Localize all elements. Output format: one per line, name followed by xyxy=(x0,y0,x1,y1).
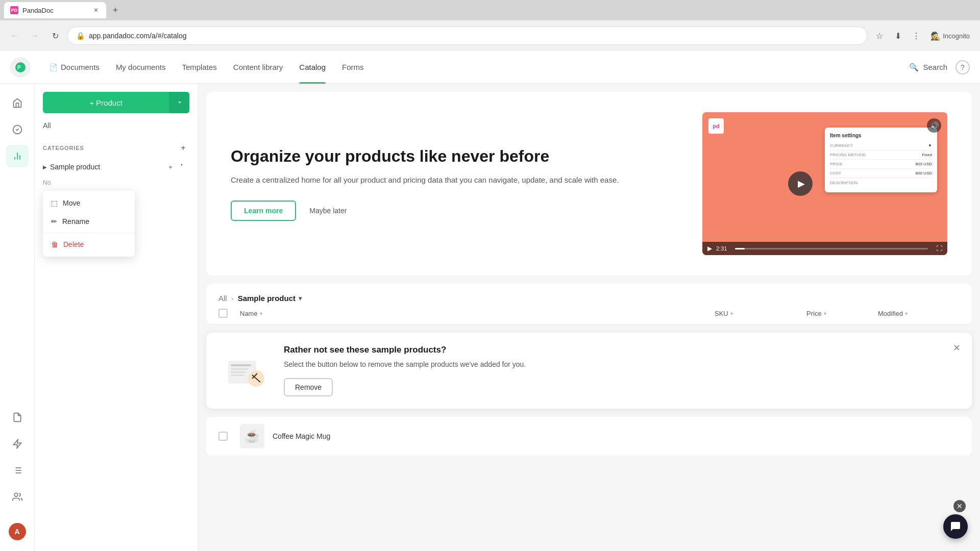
sidebar-icons: A xyxy=(0,84,35,551)
svg-marker-6 xyxy=(13,440,21,448)
sidebar-notification-icon[interactable] xyxy=(6,433,29,455)
notification-close-button[interactable]: ✕ xyxy=(949,341,964,355)
svg-point-13 xyxy=(14,493,18,497)
help-button[interactable]: ? xyxy=(955,60,970,74)
select-all-checkbox[interactable] xyxy=(218,309,228,318)
categories-label: CATEGORIES xyxy=(43,145,84,151)
hero-description: Create a centralized home for all your p… xyxy=(231,174,682,186)
context-menu: ⬚ Move ✏ Rename 🗑 Delete xyxy=(43,191,135,257)
context-menu-item-delete[interactable]: 🗑 Delete xyxy=(43,235,135,254)
catalog-section: All › Sample product ▾ Name ▾ xyxy=(206,284,972,324)
maybe-later-button[interactable]: Maybe later xyxy=(304,202,352,220)
add-product-button[interactable]: + Product xyxy=(43,92,189,113)
breadcrumb-separator: › xyxy=(231,294,234,303)
add-category-button[interactable]: + xyxy=(177,142,189,154)
remove-samples-button[interactable]: Remove xyxy=(284,378,333,396)
address-bar[interactable]: 🔒 app.pandadoc.com/a/#/catalog xyxy=(67,27,867,45)
video-play-button[interactable]: ▶ xyxy=(788,171,813,196)
download-button[interactable]: ⬇ xyxy=(890,28,906,44)
breadcrumb-dropdown-icon[interactable]: ▾ xyxy=(299,295,302,302)
video-time: 2:31 xyxy=(716,245,727,252)
svg-rect-14 xyxy=(181,164,182,165)
price-col-label: Price xyxy=(806,310,822,317)
categories-header: CATEGORIES + xyxy=(43,134,189,158)
category-actions: + xyxy=(165,161,189,172)
back-button[interactable]: ← xyxy=(6,28,22,44)
pricing-method-label: PRICING METHOD xyxy=(830,153,866,157)
modified-col-label: Modified xyxy=(878,310,903,317)
price-sort-icon: ▾ xyxy=(824,311,826,316)
sidebar-home-icon[interactable] xyxy=(6,92,29,114)
all-filter-label[interactable]: All xyxy=(43,113,189,134)
chat-widget-button[interactable] xyxy=(943,514,968,539)
learn-more-button[interactable]: Learn more xyxy=(231,201,296,221)
nav-forms[interactable]: Forms xyxy=(334,51,372,84)
context-menu-item-move[interactable]: ⬚ Move xyxy=(43,194,135,212)
app-logo[interactable]: P xyxy=(10,57,31,78)
hero-title: Organize your products like never before xyxy=(231,146,682,166)
refresh-button[interactable]: ↻ xyxy=(47,28,63,44)
category-arrow-icon: ▶ xyxy=(43,164,47,170)
move-icon: ⬚ xyxy=(51,199,58,207)
category-name: Sample product xyxy=(50,163,162,171)
notification-title: Rather not see these sample products? xyxy=(284,345,958,355)
description-label: DESCRIPTION xyxy=(830,181,858,185)
forward-button[interactable]: → xyxy=(27,28,43,44)
browser-menu-button[interactable]: ⋮ xyxy=(908,28,924,44)
row-checkbox[interactable] xyxy=(218,432,228,441)
svg-rect-17 xyxy=(231,368,249,370)
nav-my-documents[interactable]: My documents xyxy=(108,51,174,84)
sidebar-users-icon[interactable] xyxy=(6,486,29,508)
sidebar-chart-icon[interactable] xyxy=(6,145,29,167)
category-more-button[interactable] xyxy=(178,161,189,172)
table-col-sku[interactable]: SKU ▾ xyxy=(715,310,806,317)
breadcrumb: All › Sample product ▾ xyxy=(206,284,972,303)
video-inner: Item settings CURRENCY ▼ PRICING METHOD … xyxy=(702,112,947,255)
chat-widget-close[interactable]: ✕ xyxy=(953,500,966,512)
video-volume-button[interactable]: 🔊 xyxy=(927,118,941,133)
add-product-main[interactable]: + Product xyxy=(43,98,169,107)
context-menu-item-rename[interactable]: ✏ Rename xyxy=(43,212,135,231)
sidebar-document-icon[interactable] xyxy=(6,406,29,429)
hero-video[interactable]: Item settings CURRENCY ▼ PRICING METHOD … xyxy=(702,112,947,255)
hero-banner: Organize your products like never before… xyxy=(206,92,972,276)
svg-rect-18 xyxy=(231,371,246,373)
nav-documents[interactable]: 📄 Documents xyxy=(41,51,108,84)
bookmark-button[interactable]: ☆ xyxy=(871,28,888,44)
nav-templates[interactable]: Templates xyxy=(174,51,225,84)
breadcrumb-all-link[interactable]: All xyxy=(218,294,227,303)
name-col-label: Name xyxy=(240,310,258,317)
app-container: P 📄 Documents My documents Templates Con… xyxy=(0,51,980,551)
new-tab-button[interactable]: + xyxy=(108,3,122,17)
sidebar-check-icon[interactable] xyxy=(6,118,29,141)
product-select-checkbox[interactable] xyxy=(218,432,228,441)
search-button[interactable]: 🔍 Search xyxy=(909,63,947,72)
category-add-button[interactable]: + xyxy=(165,161,176,172)
table-col-name[interactable]: Name ▾ xyxy=(240,310,715,317)
fullscreen-icon[interactable]: ⛶ xyxy=(936,245,942,252)
content-area: Organize your products like never before… xyxy=(198,84,980,551)
cost-value: 800 USD xyxy=(916,171,932,176)
table-header-checkbox[interactable] xyxy=(218,309,228,318)
breadcrumb-current-label: Sample product xyxy=(238,294,296,303)
cost-label: COST xyxy=(830,171,841,176)
browser-tab-pandadoc[interactable]: PD PandaDoc ✕ xyxy=(4,2,106,18)
nav-content-library[interactable]: Content library xyxy=(225,51,291,84)
price-value: 803 USD xyxy=(916,162,932,166)
play-control-icon[interactable]: ▶ xyxy=(707,245,712,252)
table-col-modified[interactable]: Modified ▾ xyxy=(878,310,960,317)
pandadoc-favicon: PD xyxy=(10,6,18,14)
video-progress-bar[interactable] xyxy=(735,248,928,249)
sidebar-avatar[interactable]: A xyxy=(6,520,29,543)
sidebar-list-icon[interactable] xyxy=(6,459,29,482)
add-product-dropdown[interactable] xyxy=(169,92,189,113)
nav-catalog[interactable]: Catalog xyxy=(291,51,334,84)
price-label: PRICE xyxy=(830,162,842,166)
table-col-price[interactable]: Price ▾ xyxy=(806,310,878,317)
video-item-settings-card: Item settings CURRENCY ▼ PRICING METHOD … xyxy=(825,128,937,192)
top-nav: P 📄 Documents My documents Templates Con… xyxy=(0,51,980,84)
notification-illustration xyxy=(220,350,272,391)
table-row[interactable]: ☕ Coffee Magic Mug xyxy=(206,417,972,456)
tab-close-button[interactable]: ✕ xyxy=(92,6,100,14)
category-item-sample-product[interactable]: ▶ Sample product + xyxy=(43,158,189,176)
